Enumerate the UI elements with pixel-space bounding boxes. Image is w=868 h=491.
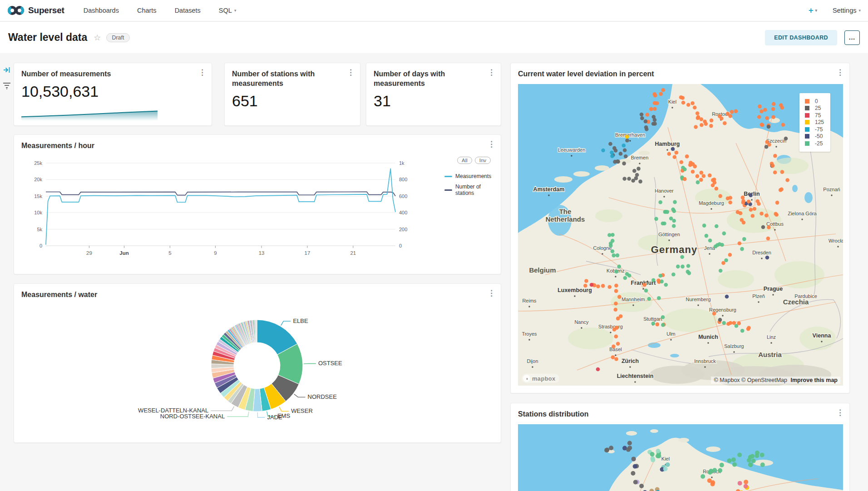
deviation-map[interactable]: KielRostockSzczecinLeeuwardenBremerhaven… (518, 84, 843, 386)
svg-text:21: 21 (350, 250, 356, 256)
mapbox-logo[interactable]: ◑ mapbox (522, 374, 559, 383)
svg-text:Kiel: Kiel (668, 99, 676, 104)
edit-dashboard-button[interactable]: EDIT DASHBOARD (765, 30, 837, 45)
svg-text:0: 0 (39, 243, 42, 248)
legend-swatch (805, 120, 809, 124)
kebab-menu-icon[interactable]: ⋮ (488, 289, 495, 297)
svg-text:Dijon: Dijon (527, 358, 538, 364)
svg-text:Salzburg: Salzburg (724, 343, 744, 349)
kebab-menu-icon[interactable]: ⋮ (488, 140, 495, 148)
map-card-deviation: Current water level deviation in percent… (510, 63, 850, 393)
legend-label: -25 (815, 140, 823, 147)
kebab-menu-icon[interactable]: ⋮ (836, 69, 844, 76)
line-chart[interactable]: 25k1k20k80015k60010k4005k2000029Jun59131… (19, 157, 441, 266)
svg-text:Linz: Linz (767, 334, 776, 340)
svg-text:Nancy: Nancy (574, 319, 589, 325)
legend-swatch (805, 134, 809, 139)
kebab-menu-icon[interactable]: ⋮ (488, 69, 495, 76)
svg-text:10k: 10k (34, 210, 42, 215)
kebab-menu-icon[interactable]: ⋮ (198, 69, 206, 76)
superset-logo[interactable]: Superset (7, 5, 64, 16)
donut-label: OSTSEE (318, 360, 342, 367)
legend-swatch (805, 113, 809, 118)
donut-label: WESEL-DATTELN-KANAL (138, 407, 208, 414)
legend-label: -50 (815, 133, 823, 139)
card-title: Current water level deviation in percent (511, 63, 849, 79)
svg-text:25k: 25k (34, 160, 42, 166)
svg-text:Innsbruck: Innsbruck (694, 358, 716, 364)
donut-chart[interactable]: ELBEOSTSEENORDSEEWESEREMSJADENORD-OSTSEE… (21, 304, 494, 440)
page-title: Water level data (8, 31, 87, 44)
svg-text:Czechia: Czechia (783, 298, 809, 306)
add-button[interactable]: +▾ (809, 6, 817, 15)
card-title: Stations distribution (511, 403, 849, 419)
expand-filters-icon[interactable] (3, 66, 11, 74)
svg-text:Belgium: Belgium (529, 266, 556, 274)
kpi-sparkline (21, 105, 158, 121)
legend-item: 25 (805, 105, 824, 112)
legend-swatch (805, 99, 809, 104)
kpi-value: 31 (366, 89, 501, 110)
svg-text:Amsterdam: Amsterdam (533, 186, 565, 193)
mapbox-wordmark: mapbox (532, 375, 556, 382)
svg-text:200: 200 (399, 227, 407, 232)
legend-label: 125 (815, 119, 824, 125)
svg-text:5: 5 (168, 250, 171, 256)
plus-icon: + (809, 6, 814, 15)
chart-card-measurements-hour: Measurements / hour ⋮ 25k1k20k80015k6001… (14, 134, 501, 274)
legend-marker (444, 189, 452, 191)
svg-text:Ulm: Ulm (666, 331, 676, 337)
svg-text:5k: 5k (37, 227, 42, 232)
svg-text:800: 800 (399, 177, 407, 182)
stations-map[interactable]: KielRostock (518, 424, 843, 491)
legend-all-button[interactable]: All (457, 157, 472, 164)
legend-label: 75 (815, 112, 821, 119)
nav-dashboards[interactable]: Dashboards (84, 7, 119, 14)
svg-text:Poznań: Poznań (823, 187, 840, 192)
header-actions: EDIT DASHBOARD ... (765, 30, 860, 45)
svg-text:Magdeburg: Magdeburg (699, 200, 724, 206)
chevron-down-icon: ▾ (815, 8, 818, 13)
legend-item: 75 (805, 112, 824, 119)
infinity-logo-icon (7, 5, 25, 16)
top-nav: Superset Dashboards Charts Datasets SQL▾… (0, 0, 868, 22)
svg-text:Göttingen: Göttingen (658, 232, 680, 237)
legend-label: -75 (815, 126, 823, 133)
svg-text:9: 9 (214, 250, 217, 256)
chart-card-measurements-water: Measurements / water ⋮ ELBEOSTSEENORDSEE… (14, 283, 501, 443)
nav-datasets[interactable]: Datasets (175, 7, 201, 14)
donut-label: ELBE (293, 317, 308, 324)
svg-text:Bremerhaven: Bremerhaven (615, 132, 645, 138)
svg-text:Strasbourg: Strasbourg (598, 324, 623, 329)
svg-text:Hamburg: Hamburg (655, 141, 680, 147)
kpi-card-measurements: Number of measurements ⋮ 10,530,631 (14, 63, 212, 126)
filter-icon[interactable] (3, 82, 11, 89)
brand-name: Superset (28, 5, 64, 15)
donut-label: NORD-OSTSEE-KANAL (160, 413, 225, 420)
svg-text:20k: 20k (34, 177, 42, 182)
svg-text:Mannheim: Mannheim (621, 297, 645, 302)
favorite-star-icon[interactable]: ☆ (94, 33, 101, 43)
legend-label: Measurements (455, 173, 491, 179)
svg-text:1k: 1k (399, 160, 404, 166)
settings-menu[interactable]: Settings▾ (833, 7, 861, 14)
nav-sql[interactable]: SQL▾ (219, 7, 237, 14)
kebab-menu-icon[interactable]: ⋮ (836, 409, 844, 417)
improve-map-link[interactable]: Improve this map (791, 377, 838, 383)
svg-text:Kiel: Kiel (661, 456, 670, 461)
kpi-value: 10,530,631 (14, 79, 212, 100)
svg-text:Germany: Germany (651, 244, 697, 255)
legend-inv-button[interactable]: Inv (475, 157, 491, 164)
legend-item-stations[interactable]: Number of stations (444, 184, 501, 196)
svg-text:15k: 15k (34, 193, 42, 199)
kebab-menu-icon[interactable]: ⋮ (347, 69, 355, 76)
svg-text:Bremen: Bremen (631, 155, 649, 160)
svg-text:Reims: Reims (522, 298, 537, 303)
legend-label: 0 (815, 98, 818, 104)
attribution-text: © Mapbox © OpenStreetMap (714, 377, 787, 383)
more-options-button[interactable]: ... (844, 30, 860, 45)
svg-text:Stuttgart: Stuttgart (643, 316, 662, 322)
legend-item-measurements[interactable]: Measurements (444, 173, 501, 179)
card-title: Number of measurements (14, 63, 212, 79)
nav-charts[interactable]: Charts (137, 7, 157, 14)
